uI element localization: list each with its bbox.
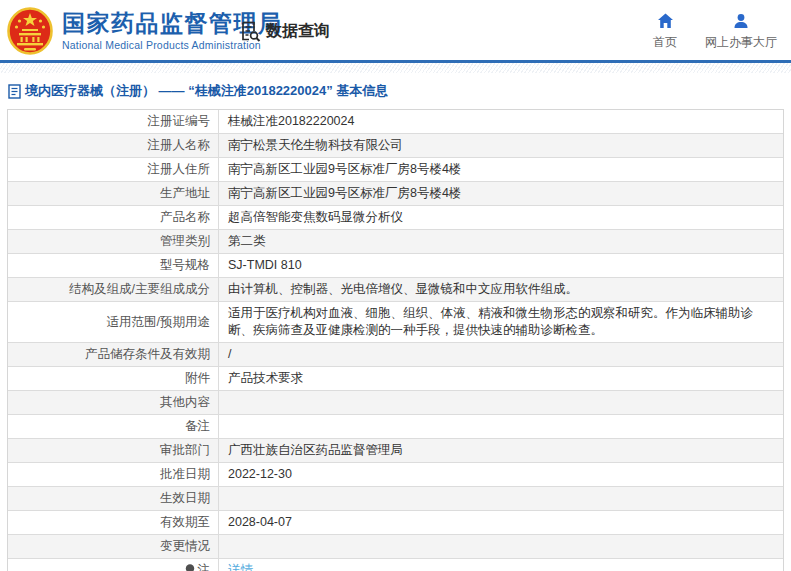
field-value: 南宁高新区工业园9号区标准厂房8号楼4楼	[219, 182, 783, 205]
field-label-text: 生产地址	[160, 185, 210, 202]
field-label-text: 注册人名称	[148, 137, 211, 154]
table-row-11: 附件 产品技术要求	[8, 367, 783, 391]
field-value-text: 第二类	[228, 233, 266, 250]
table-row-1: 注册证编号 桂械注准20182220024	[8, 110, 783, 134]
table-row-12: 其他内容	[8, 391, 783, 415]
field-label: 注册人住所	[8, 158, 219, 181]
field-value-text: SJ-TMDI 810	[228, 257, 302, 274]
table-row-19: 注 详情	[8, 559, 783, 571]
field-label: 产品名称	[8, 206, 219, 229]
table-row-3: 注册人住所 南宁高新区工业园9号区标准厂房8号楼4楼	[8, 158, 783, 182]
field-value: 第二类	[219, 230, 783, 253]
table-row-8: 结构及组成/主要组成成分 由计算机、控制器、光电倍增仪、显微镜和中文应用软件组成…	[8, 278, 783, 302]
field-label-text: 注册人住所	[148, 161, 211, 178]
field-label: 注册证编号	[8, 110, 219, 133]
page-header: 国家药品监督管理局 National Medical Products Admi…	[0, 0, 791, 63]
field-label-text: 审批部门	[160, 442, 210, 459]
field-label: 附件	[8, 367, 219, 390]
user-icon	[733, 13, 749, 29]
field-label: 变更情况	[8, 535, 219, 558]
field-label: 注	[8, 559, 219, 571]
field-label: 管理类别	[8, 230, 219, 253]
field-label: 批准日期	[8, 463, 219, 486]
field-value	[219, 391, 783, 414]
field-value: 南宁松景天伦生物科技有限公司	[219, 134, 783, 157]
field-label: 其他内容	[8, 391, 219, 414]
field-label: 结构及组成/主要组成成分	[8, 278, 219, 301]
field-value-text: 超高倍智能变焦数码显微分析仪	[228, 209, 403, 226]
field-label: 有效期至	[8, 511, 219, 534]
field-label-text: 变更情况	[160, 538, 210, 555]
field-value: 产品技术要求	[219, 367, 783, 390]
field-value: /	[219, 343, 783, 366]
field-value: 南宁高新区工业园9号区标准厂房8号楼4楼	[219, 158, 783, 181]
table-row-7: 型号规格 SJ-TMDI 810	[8, 254, 783, 278]
field-value-text: /	[228, 346, 231, 363]
data-query-label: 数据查询	[266, 21, 330, 42]
field-value-text: 南宁高新区工业园9号区标准厂房8号楼4楼	[228, 185, 461, 202]
field-label: 型号规格	[8, 254, 219, 277]
field-value: 适用于医疗机构对血液、细胞、组织、体液、精液和微生物形态的观察和研究。作为临床辅…	[219, 302, 783, 342]
table-row-17: 有效期至 2028-04-07	[8, 511, 783, 535]
field-label: 产品储存条件及有效期	[8, 343, 219, 366]
field-label-text: 备注	[185, 418, 210, 435]
document-icon	[8, 84, 21, 99]
table-row-4: 生产地址 南宁高新区工业园9号区标准厂房8号楼4楼	[8, 182, 783, 206]
field-label-text: 注册证编号	[148, 113, 211, 130]
field-label: 生产地址	[8, 182, 219, 205]
document-search-icon	[238, 19, 262, 43]
field-value-text: 2028-04-07	[228, 514, 292, 531]
field-label-text: 产品名称	[160, 209, 210, 226]
data-query-tab[interactable]: 数据查询	[238, 19, 330, 43]
china-national-emblem-icon	[7, 7, 53, 55]
field-label-text: 附件	[185, 370, 210, 387]
field-value: 广西壮族自治区药品监督管理局	[219, 439, 783, 462]
field-label-text: 有效期至	[160, 514, 210, 531]
table-row-13: 备注	[8, 415, 783, 439]
field-label-text: 生效日期	[160, 490, 210, 507]
detail-link[interactable]: 详情	[228, 562, 253, 571]
nav-item-service-hall[interactable]: 网上办事大厅	[705, 13, 777, 51]
field-value: SJ-TMDI 810	[219, 254, 783, 277]
field-value-text: 适用于医疗机构对血液、细胞、组织、体液、精液和微生物形态的观察和研究。作为临床辅…	[228, 305, 771, 339]
top-nav: 首页 网上办事大厅	[653, 13, 777, 51]
field-label-text: 其他内容	[160, 394, 210, 411]
field-value-text: 南宁松景天伦生物科技有限公司	[228, 137, 403, 154]
field-label: 审批部门	[8, 439, 219, 462]
field-label-text: 适用范围/预期用途	[107, 314, 210, 331]
table-row-18: 变更情况	[8, 535, 783, 559]
table-row-16: 生效日期	[8, 487, 783, 511]
field-value-text: 广西壮族自治区药品监督管理局	[228, 442, 403, 459]
field-value-text: 2022-12-30	[228, 466, 292, 483]
note-pin-icon	[185, 564, 195, 571]
field-value: 由计算机、控制器、光电倍增仪、显微镜和中文应用软件组成。	[219, 278, 783, 301]
table-row-15: 批准日期 2022-12-30	[8, 463, 783, 487]
nav-item-home[interactable]: 首页	[653, 13, 677, 51]
field-value: 详情	[219, 559, 783, 571]
field-label-text: 注	[198, 562, 211, 571]
nav-service-hall-label: 网上办事大厅	[705, 34, 777, 51]
field-value-text: 南宁高新区工业园9号区标准厂房8号楼4楼	[228, 161, 461, 178]
field-label-text: 型号规格	[160, 257, 210, 274]
breadcrumb: 境内医疗器械（注册） —— “桂械注准20182220024” 基本信息	[8, 82, 388, 100]
field-label-text: 批准日期	[160, 466, 210, 483]
field-value	[219, 487, 783, 510]
field-value	[219, 535, 783, 558]
field-label: 适用范围/预期用途	[8, 302, 219, 342]
table-row-2: 注册人名称 南宁松景天伦生物科技有限公司	[8, 134, 783, 158]
field-value: 桂械注准20182220024	[219, 110, 783, 133]
field-label-text: 管理类别	[160, 233, 210, 250]
table-row-6: 管理类别 第二类	[8, 230, 783, 254]
field-value: 2022-12-30	[219, 463, 783, 486]
field-label-text: 产品储存条件及有效期	[85, 346, 210, 363]
info-table: 注册证编号 桂械注准20182220024 注册人名称 南宁松景天伦生物科技有限…	[7, 109, 784, 571]
field-value: 2028-04-07	[219, 511, 783, 534]
field-label: 注册人名称	[8, 134, 219, 157]
field-value	[219, 415, 783, 438]
table-row-9: 适用范围/预期用途 适用于医疗机构对血液、细胞、组织、体液、精液和微生物形态的观…	[8, 302, 783, 343]
field-label: 生效日期	[8, 487, 219, 510]
field-value-text: 桂械注准20182220024	[228, 113, 354, 130]
field-value: 超高倍智能变焦数码显微分析仪	[219, 206, 783, 229]
breadcrumb-bar: 境内医疗器械（注册） —— “桂械注准20182220024” 基本信息	[0, 73, 791, 109]
table-row-5: 产品名称 超高倍智能变焦数码显微分析仪	[8, 206, 783, 230]
